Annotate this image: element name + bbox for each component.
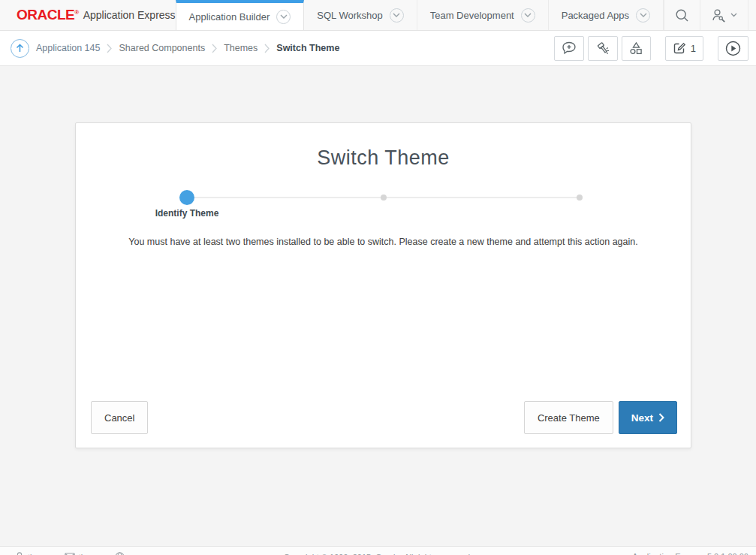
- tab-sql-workshop[interactable]: SQL Workshop: [304, 0, 417, 30]
- breadcrumb-shared-components[interactable]: Shared Components: [119, 43, 205, 53]
- chevron-down-icon[interactable]: [636, 8, 650, 23]
- wizard-title: Switch Theme: [76, 146, 691, 170]
- breadcrumb-separator-icon: [107, 44, 112, 53]
- tab-label: SQL Workshop: [317, 10, 382, 21]
- comment-plus-icon: [562, 41, 577, 55]
- chevron-down-icon[interactable]: [390, 8, 404, 23]
- wizard-progress: Identify Theme: [187, 190, 580, 205]
- edit-page-number: 1: [691, 43, 696, 54]
- wizard-step-3-dot: [577, 195, 583, 201]
- footer-email: tim: [65, 552, 90, 555]
- next-button-label: Next: [631, 412, 653, 424]
- next-button[interactable]: Next: [619, 401, 677, 434]
- page-footer: tim tim en Copyright © 1999, 2015, Oracl…: [0, 546, 756, 555]
- topbar: ORACLE Application Express Application B…: [0, 0, 756, 31]
- breadcrumb-bar: Application 145 Shared Components Themes…: [0, 31, 756, 66]
- footer-left: tim tim en: [15, 552, 164, 555]
- edit-page-icon: [673, 41, 686, 55]
- chevron-right-icon: [658, 413, 664, 422]
- product-name: Application Express: [83, 9, 176, 21]
- app-home-button[interactable]: [11, 39, 29, 58]
- administration-menu-button[interactable]: [700, 0, 748, 30]
- run-application-button[interactable]: [718, 36, 748, 61]
- footer-language-code: en: [128, 553, 137, 555]
- cancel-button[interactable]: Cancel: [91, 401, 148, 434]
- shared-components-button[interactable]: [622, 36, 651, 61]
- tab-packaged-apps[interactable]: Packaged Apps: [549, 0, 664, 30]
- arrow-up-icon: [16, 44, 24, 53]
- help-menu-button[interactable]: [748, 0, 756, 30]
- wizard-buttons-right: Create Theme Next: [524, 401, 677, 434]
- footer-language: en: [115, 552, 137, 555]
- feedback-button[interactable]: [554, 36, 584, 61]
- switch-theme-wizard: Switch Theme Identify Theme You must hav…: [75, 122, 691, 448]
- search-button[interactable]: [664, 0, 700, 30]
- footer-user: tim: [15, 552, 39, 555]
- flashlight-icon: [595, 41, 610, 56]
- chevron-down-icon: [730, 13, 737, 17]
- globe-icon: [115, 552, 125, 555]
- tab-label: Team Development: [430, 10, 514, 21]
- footer-version: Application Express 5.0.1.00.06: [632, 552, 748, 555]
- breadcrumb-separator-icon: [212, 44, 217, 53]
- tab-application-builder[interactable]: Application Builder: [176, 0, 305, 30]
- breadcrumb-current-switch-theme: Switch Theme: [276, 43, 339, 53]
- person-icon: [15, 552, 24, 555]
- tab-label: Application Builder: [189, 11, 270, 23]
- main-nav-tabs: Application Builder SQL Workshop Team De…: [176, 0, 664, 30]
- create-theme-button[interactable]: Create Theme: [524, 401, 613, 434]
- breadcrumb-separator-icon: [264, 44, 270, 53]
- chevron-down-icon[interactable]: [521, 8, 535, 23]
- search-icon: [675, 8, 689, 23]
- shapes-icon: [629, 41, 643, 55]
- wizard-step-1-dot: [179, 190, 194, 205]
- topbar-actions: [664, 0, 756, 30]
- spotlight-search-button[interactable]: [588, 36, 618, 61]
- footer-email-name: tim: [79, 553, 90, 555]
- edit-page-button[interactable]: 1: [665, 36, 703, 61]
- tab-team-development[interactable]: Team Development: [417, 0, 549, 30]
- chevron-down-icon[interactable]: [276, 10, 291, 24]
- run-play-icon: [725, 41, 741, 56]
- user-wrench-icon: [711, 8, 727, 23]
- page-toolbar: 1: [554, 36, 748, 61]
- breadcrumb-application[interactable]: Application 145: [36, 43, 100, 53]
- oracle-wordmark: ORACLE: [17, 7, 79, 23]
- page-content: Switch Theme Identify Theme You must hav…: [0, 67, 756, 546]
- oracle-apex-logo[interactable]: ORACLE Application Express: [0, 0, 176, 30]
- wizard-step-2-dot: [381, 195, 387, 201]
- footer-user-name: tim: [28, 553, 39, 555]
- wizard-message: You must have at least two themes instal…: [76, 237, 691, 247]
- wizard-step-1-label: Identify Theme: [155, 208, 219, 219]
- tab-label: Packaged Apps: [562, 10, 629, 21]
- wizard-buttons: Cancel Create Theme Next: [76, 401, 691, 448]
- breadcrumb-themes[interactable]: Themes: [224, 43, 258, 53]
